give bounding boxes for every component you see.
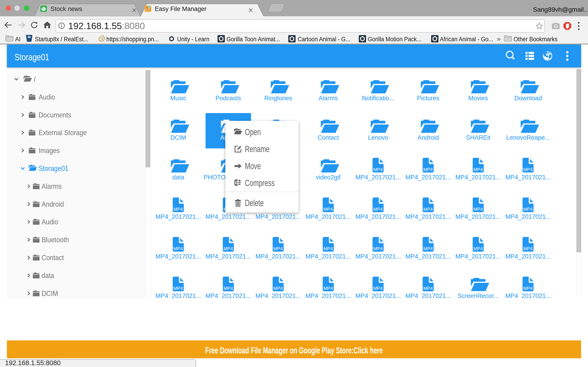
svg-text:MP4: MP4 <box>273 286 283 291</box>
svg-text:MP4: MP4 <box>523 206 533 211</box>
svg-text:MP4: MP4 <box>224 246 233 251</box>
svg-text:MP4: MP4 <box>423 246 433 251</box>
svg-text:MP4: MP4 <box>373 167 383 172</box>
svg-text:MP4: MP4 <box>323 206 333 211</box>
svg-text:MP4: MP4 <box>273 246 283 251</box>
svg-text:MP4: MP4 <box>523 286 533 291</box>
svg-text:MP4: MP4 <box>373 286 383 291</box>
svg-text:MP4: MP4 <box>423 286 433 291</box>
svg-text:MP4: MP4 <box>173 246 183 251</box>
svg-text:MP4: MP4 <box>173 286 183 291</box>
svg-text:MP4: MP4 <box>224 286 233 291</box>
svg-text:MP4: MP4 <box>423 167 433 172</box>
svg-text:MP4: MP4 <box>523 167 533 172</box>
svg-text:MP4: MP4 <box>173 206 183 211</box>
svg-text:MP4: MP4 <box>373 246 383 251</box>
svg-text:MP4: MP4 <box>323 246 333 251</box>
svg-text:MP4: MP4 <box>323 286 333 291</box>
svg-text:MP4: MP4 <box>373 206 383 211</box>
svg-text:MP4: MP4 <box>423 206 433 211</box>
svg-text:MP4: MP4 <box>473 246 483 251</box>
svg-text:MP4: MP4 <box>473 206 483 211</box>
svg-text:MP4: MP4 <box>473 167 483 172</box>
svg-text:MP4: MP4 <box>523 246 533 251</box>
